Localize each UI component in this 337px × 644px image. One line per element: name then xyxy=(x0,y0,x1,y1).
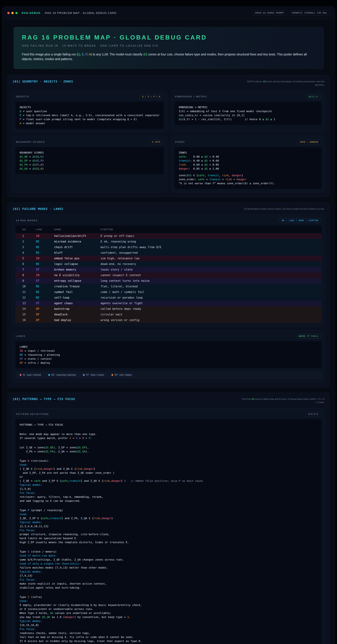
code-line: Cond: xyxy=(20,599,317,603)
text-segment: EMBEDDING + METRIC xyxy=(179,106,208,109)
text-segment: ΔS_EP xyxy=(20,159,28,162)
text-segment: < xyxy=(204,178,209,181)
text-segment: or xyxy=(20,475,23,478)
cell-symptom: multi-step plan drifts away from Q/E xyxy=(100,244,322,250)
text-segment: Typical modes: xyxy=(20,520,42,524)
text-segment: metric and four boundaries. Everything d… xyxy=(266,80,324,86)
code-line: A = model answer xyxy=(20,121,160,125)
text-segment: ) xyxy=(42,167,44,170)
lane-color-dot xyxy=(83,374,85,376)
code-line: and Z_EP, Z_PA are not worse than Z_QE u… xyxy=(20,471,317,475)
text-segment: , xyxy=(84,52,86,56)
text-segment: readiness checks, smoke tests, version t… xyxy=(20,632,90,635)
text-segment: < 0.85 xyxy=(208,163,219,166)
text-segment: From four xyxy=(242,398,252,400)
cell-symptom: flat, literal, blocked xyxy=(100,284,322,289)
text-segment: Q/E/P/A objects, xyxy=(247,80,263,83)
text-segment: S xyxy=(76,436,78,440)
text-segment: , xyxy=(82,467,84,470)
text-segment: ΔS_QA xyxy=(20,167,28,170)
code-line: danger: 0.85 ≤ ΔS ≤ 1.00 xyxy=(179,167,317,171)
text-segment: transit xyxy=(50,516,62,520)
cell-name: deadlock xyxy=(54,312,100,317)
column-header-symptom: SYMPTOM xyxy=(100,226,322,233)
cell-no: 15 xyxy=(15,312,36,317)
cell-no: 7 xyxy=(15,267,36,272)
text-segment: , xyxy=(110,479,111,482)
table-row: 5INembed false possim high, relevance lo… xyxy=(15,256,322,261)
cell-symptom: sim high, relevance low xyxy=(100,256,322,261)
text-segment: R xyxy=(28,459,29,462)
code-line: ( Z_QE ∈ {risk,danger} and Z_QA ∈ {risk,… xyxy=(20,467,317,471)
minimize-button[interactable] xyxy=(11,12,14,14)
section-note: 16 named failure modes across 4 lanes. U… xyxy=(244,207,324,211)
text-segment: ΔS xyxy=(204,159,208,162)
code-line: ΔS_QA = ΔS(Q,A) xyxy=(20,167,160,171)
close-button[interactable] xyxy=(7,12,10,14)
text-segment: = xyxy=(28,167,32,170)
text-segment: transit xyxy=(179,159,190,162)
text-segment: , xyxy=(228,174,232,177)
section-patterns: [03] PATTERNS → TYPE → FIX FOCUS From fo… xyxy=(7,392,330,644)
cell-no: 11 xyxy=(15,289,36,295)
text-segment: E xyxy=(20,114,21,117)
cell-lane: OP xyxy=(36,312,54,317)
text-segment: ΔS xyxy=(32,167,36,170)
text-segment: as 1.0 ( xyxy=(50,616,64,619)
text-segment: ≤ 1 xyxy=(269,118,275,121)
text-segment: and Z_EP, Z_PA are not worse than Z_QE u… xyxy=(20,471,114,474)
text-segment: safe xyxy=(62,479,68,482)
code-line: Typical modes: xyxy=(20,619,317,623)
text-segment: < xyxy=(232,178,236,181)
code-line xyxy=(20,454,317,456)
panel-title: BOUNDARY SCORES xyxy=(16,141,45,144)
text-segment: risk xyxy=(36,467,42,470)
text-segment: E xyxy=(40,155,42,158)
text-segment: transit xyxy=(209,178,220,181)
code-line: ZONES xyxy=(179,150,317,154)
text-segment: {1,5,8} xyxy=(20,487,31,490)
text-segment: Type xyxy=(20,596,28,598)
code-line: Cond: xyxy=(20,463,317,467)
traffic-lights xyxy=(7,12,18,14)
text-segment: ΔS_EP xyxy=(78,446,86,449)
text-segment: ) xyxy=(42,159,44,162)
code-line: same Q/E/P/settings, Z_QE stable, Z_QA c… xyxy=(20,558,317,562)
text-segment: = xyxy=(28,155,32,158)
code-line: Typical modes: xyxy=(20,483,317,487)
text-segment: make state explicit in inputs, shorten a… xyxy=(20,582,106,585)
panel-title: ZONES xyxy=(175,141,185,144)
table-row: 1INhallucination/driftE wrong or off-top… xyxy=(15,233,322,239)
cell-no: 6 xyxy=(15,261,36,267)
text-segment: Z_QE, Z_EP ∈ { xyxy=(20,516,42,520)
text-segment: Cond if only a single run (heuristic): xyxy=(20,562,81,565)
code-line: ΔS_QE = ΔS(Q,E) xyxy=(20,154,160,159)
code-line: or xyxy=(20,475,317,479)
text-segment: Q xyxy=(37,167,39,170)
code-line: Z_PA = zone(ΔS_PA), Z_QA = zone(ΔS_QA). xyxy=(20,450,317,454)
section-geometry: [01] GEOMETRY · OBJECTS · ZONES Q/E/P/A … xyxy=(7,75,330,197)
maximize-button[interactable] xyxy=(15,12,18,14)
cell-lane: RE xyxy=(36,261,54,267)
text-segment: ZONES xyxy=(179,151,187,154)
text-segment: and Z_EP ∈ { xyxy=(40,479,62,482)
code-line: Fix focus: xyxy=(20,528,317,532)
panel-header: LANES WHERE IT FAILS xyxy=(16,334,321,339)
text-segment: Fix focus: xyxy=(20,628,36,631)
zones-code-block: ZONESsafe: 0.00 ≤ ΔS < 0.40transit: 0.40… xyxy=(174,147,322,189)
cell-name: bluff xyxy=(54,250,100,256)
code-line: ( Z_QE = safe and Z_EP ∈ {safe,transit} … xyxy=(20,479,317,483)
text-segment: ). xyxy=(86,450,89,453)
cell-name: creative freeze xyxy=(54,284,100,289)
text-segment: BOUNDARY SCORES xyxy=(20,151,44,154)
code-line: Fix focus: xyxy=(20,578,317,582)
text-segment: E empty, placeholder or clearly mismatch… xyxy=(20,604,142,606)
panel-title: PATTERN DEFINITIONS xyxy=(16,413,49,416)
section-title: [01] GEOMETRY · OBJECTS · ZONES xyxy=(12,80,73,83)
table-row: 4REbluffconfident, unsupported xyxy=(15,250,322,256)
cell-lane: IN xyxy=(36,272,54,278)
text-segment: } and Z_QA ∈ { xyxy=(54,467,76,470)
text-segment: , xyxy=(68,479,70,482)
text-segment: (infra) xyxy=(29,596,42,598)
titlebar-badge-semantic-firewall: SEMANTIC FIREWALL FOR RAG xyxy=(289,10,330,15)
